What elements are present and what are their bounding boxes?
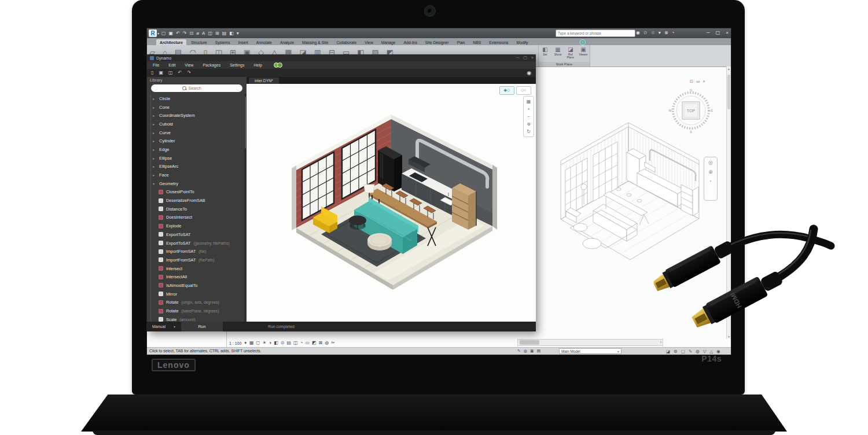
view-control-icon[interactable]: ⊙ — [281, 340, 285, 346]
work-plane-button[interactable]: ▣ Viewer — [578, 46, 589, 56]
view-control-icon[interactable]: ✂ — [331, 340, 335, 346]
expand-arrow-icon[interactable]: ▾ — [153, 182, 156, 186]
library-category[interactable]: ▸ CoordinateSystem — [147, 111, 244, 120]
view-control-icon[interactable]: ◩ — [312, 340, 317, 346]
work-plane-button[interactable]: ◪ Ref Plane — [565, 46, 576, 59]
scroll-up-icon[interactable]: ▲ — [727, 67, 731, 71]
run-mode-caret-icon[interactable]: ▾ — [174, 325, 175, 329]
library-node[interactable]: Mirror — [147, 290, 244, 298]
menu-item[interactable]: Packages — [203, 63, 220, 67]
library-node[interactable]: DoesIntersect — [147, 213, 244, 222]
canvas-nav-icon[interactable]: ⊕ — [527, 121, 531, 127]
library-category[interactable]: ▸ Circle — [147, 94, 244, 103]
scrollbar-thumb[interactable] — [520, 340, 539, 345]
ribbon-tab[interactable]: Extensions — [486, 39, 512, 45]
view-control-icon[interactable]: ◧ — [274, 340, 278, 346]
expand-arrow-icon[interactable]: ▸ — [153, 156, 156, 160]
menu-item[interactable]: Settings — [230, 63, 244, 67]
workspace-tab[interactable]: inter.DYN* — [249, 78, 279, 84]
status-tool-icon[interactable]: ◍ — [524, 349, 527, 353]
library-category[interactable]: ▸ Face — [147, 171, 244, 179]
ribbon-tab[interactable]: Massing & Site — [299, 39, 332, 45]
library-node[interactable]: Explode — [147, 222, 244, 230]
viewport-control-icon[interactable]: ▭ — [696, 79, 700, 84]
scale-caret-icon[interactable]: ▾ — [244, 341, 247, 345]
navigation-tool-icon[interactable]: ⊕ — [708, 169, 713, 175]
menu-item[interactable]: File — [153, 63, 159, 67]
expand-arrow-icon[interactable]: ▸ — [153, 173, 156, 177]
view-scale[interactable]: 1 : 100 — [229, 341, 241, 345]
selection-filter-icon[interactable]: ✎ — [689, 349, 692, 354]
ribbon-tab[interactable]: Insert — [235, 39, 252, 45]
menu-item[interactable]: Edit — [168, 63, 175, 67]
dynamo-toolbar-icon[interactable]: ▯ — [151, 70, 153, 76]
library-node[interactable]: DeserializeFromSAB — [147, 196, 244, 205]
camera-export-icon[interactable]: ◉ — [527, 70, 531, 76]
viewport-control-icon[interactable]: ⊡ — [690, 79, 693, 84]
ribbon-tab[interactable]: Systems — [212, 39, 234, 45]
ribbon-tab[interactable]: Manage — [378, 39, 399, 45]
expand-arrow-icon[interactable]: ▸ — [153, 148, 156, 152]
library-node[interactable]: Scale (amount) — [147, 315, 244, 322]
search-input[interactable] — [556, 30, 635, 37]
expand-arrow-icon[interactable]: ▸ — [153, 122, 156, 126]
canvas-nav-icon[interactable]: − — [527, 114, 530, 119]
library-search-box[interactable] — [151, 84, 242, 92]
library-node[interactable]: Rotate (basePlane, degrees) — [147, 307, 244, 315]
canvas-nav-icon[interactable]: ▦ — [527, 99, 531, 104]
selection-filter-icon[interactable]: ◉ — [716, 349, 720, 354]
library-category[interactable]: ▸ Curve — [147, 128, 244, 137]
navigation-tool-icon[interactable]: ◎ — [708, 160, 713, 165]
dynamo-window-control[interactable]: ─ — [516, 55, 519, 61]
library-category[interactable]: ▾ Geometry — [147, 179, 244, 188]
work-plane-button[interactable]: ▦ Show — [552, 46, 564, 56]
viewport-control-icon[interactable]: × — [703, 79, 705, 84]
view-control-icon[interactable]: ◍ — [325, 340, 329, 346]
ribbon-tab[interactable]: Site Designer — [422, 39, 453, 45]
viewport-horizontal-scrollbar[interactable]: › — [517, 339, 663, 346]
infocenter-icon[interactable]: ☆ — [651, 30, 655, 36]
ribbon-tab[interactable]: Annotate — [253, 39, 275, 45]
infocenter-icon[interactable]: ◉ — [636, 30, 640, 36]
view-control-icon[interactable]: ◑ — [269, 340, 271, 346]
design-option-select[interactable]: Main Model ▼ — [559, 348, 621, 354]
qat-icon[interactable]: ↶ — [176, 31, 180, 36]
dynamo-toolbar-icon[interactable]: ▣ — [159, 70, 163, 76]
canvas-nav-icon[interactable]: + — [527, 106, 530, 112]
view-control-icon[interactable]: ⊠ — [319, 340, 323, 346]
selection-filter-icon[interactable]: ▽ — [703, 349, 707, 354]
app-menu-caret-icon[interactable]: ▾ — [157, 31, 159, 35]
view-control-icon[interactable]: ▦ — [249, 340, 254, 346]
ribbon-tab[interactable]: Structure — [187, 39, 211, 45]
library-node[interactable]: ImportFromSAT (filePath) — [147, 256, 244, 264]
ribbon-tab[interactable]: Architecture — [156, 39, 186, 45]
library-node[interactable]: ClosestPointTo — [147, 188, 244, 197]
work-plane-button[interactable]: ◧ Set — [539, 46, 551, 56]
ribbon-tab[interactable]: View — [361, 39, 377, 45]
view-toggle-button[interactable]: ◇○ — [516, 86, 531, 95]
status-tool-icon[interactable]: ✎ — [517, 349, 521, 353]
status-tool-icon[interactable]: ▤ — [537, 349, 541, 353]
view-control-icon[interactable]: ◫ — [293, 340, 298, 346]
viewcube[interactable]: TOP N E S W — [667, 86, 715, 135]
scrollbar-thumb[interactable] — [727, 75, 730, 109]
qat-icon[interactable]: ▤ — [222, 31, 227, 36]
run-button[interactable]: Run — [181, 322, 223, 331]
selection-filter-icon[interactable]: ◪ — [666, 349, 670, 354]
qat-icon[interactable]: ◫ — [208, 31, 212, 36]
view-control-icon[interactable]: ▤ — [286, 340, 291, 346]
qat-icon[interactable]: ▾ — [237, 31, 239, 36]
qat-icon[interactable]: ◧ — [229, 31, 234, 36]
dynamo-toolbar-icon[interactable]: ↷ — [187, 70, 191, 76]
library-category[interactable]: ▸ Ellipse — [147, 154, 244, 163]
library-node[interactable]: DistanceTo — [147, 205, 244, 213]
infocenter-icon[interactable]: ◔ — [672, 30, 675, 36]
qat-icon[interactable]: ↷ — [183, 31, 187, 36]
ribbon-tab[interactable]: Modify — [513, 39, 531, 45]
view-control-icon[interactable]: ▭ — [305, 340, 310, 346]
infocenter-icon[interactable]: ✩ — [643, 30, 648, 36]
qat-icon[interactable]: ⌀ — [196, 31, 199, 36]
window-control-button[interactable]: ▢ — [716, 30, 720, 36]
window-control-button[interactable]: ─ — [707, 30, 710, 36]
ribbon-tab[interactable]: Plan — [454, 39, 469, 45]
